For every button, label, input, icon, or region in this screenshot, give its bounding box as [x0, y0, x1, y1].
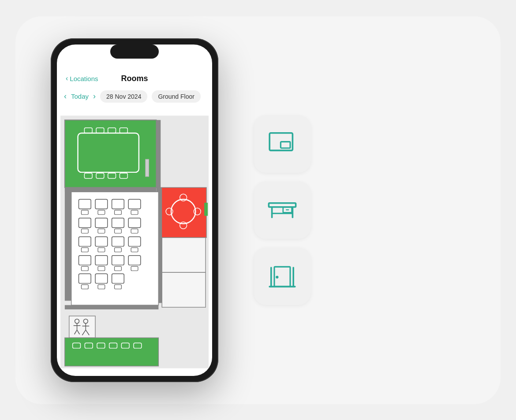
svg-rect-60: [204, 203, 208, 216]
desk-icon: [266, 194, 298, 226]
phone-notch: [110, 45, 159, 59]
svg-rect-85: [280, 141, 290, 148]
door-icon: [266, 260, 298, 292]
floor-pill[interactable]: Ground Floor: [152, 90, 200, 103]
phone-device: ‹ Locations Rooms ‹ Today › 28 Nov 2024 …: [51, 38, 218, 382]
back-chevron-icon: ‹: [66, 74, 68, 82]
svg-rect-14: [65, 187, 157, 192]
prev-arrow-icon[interactable]: ‹: [64, 92, 67, 101]
svg-rect-62: [65, 305, 158, 309]
svg-rect-61: [158, 187, 162, 303]
svg-rect-82: [162, 238, 206, 272]
svg-rect-13: [65, 187, 71, 301]
scene: ‹ Locations Rooms ‹ Today › 28 Nov 2024 …: [15, 16, 501, 404]
back-button[interactable]: ‹ Locations: [66, 74, 98, 82]
screen-title: Rooms: [121, 74, 148, 83]
svg-rect-64: [69, 316, 95, 338]
today-label[interactable]: Today: [71, 93, 89, 100]
screen-content: ‹ Locations Rooms ‹ Today › 28 Nov 2024 …: [57, 45, 212, 376]
svg-rect-75: [65, 338, 158, 366]
date-navigation: ‹ Today › 28 Nov 2024 Ground Floor: [57, 87, 212, 106]
phone-screen: ‹ Locations Rooms ‹ Today › 28 Nov 2024 …: [57, 45, 212, 376]
screen-header: ‹ Locations Rooms: [57, 69, 212, 87]
door-card[interactable]: [254, 248, 311, 305]
room-layout-card[interactable]: [254, 115, 311, 173]
room-layout-icon: [266, 128, 298, 160]
svg-rect-1: [65, 120, 157, 187]
svg-rect-86: [269, 203, 295, 207]
side-icons-panel: [254, 115, 311, 305]
back-label: Locations: [70, 75, 98, 82]
svg-point-96: [276, 275, 278, 278]
svg-rect-54: [161, 187, 206, 238]
svg-rect-83: [162, 272, 206, 307]
floor-plan[interactable]: [60, 108, 209, 376]
svg-rect-11: [146, 159, 149, 177]
date-pill[interactable]: 28 Nov 2024: [100, 90, 147, 103]
next-arrow-icon[interactable]: ›: [93, 92, 96, 101]
desk-card[interactable]: [254, 182, 311, 239]
